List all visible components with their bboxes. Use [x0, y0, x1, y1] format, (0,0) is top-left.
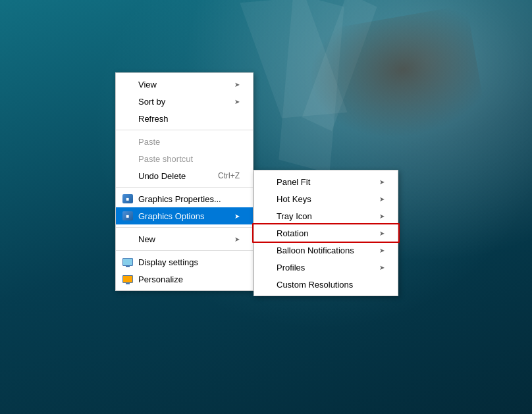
menu-item-paste[interactable]: Paste [116, 133, 253, 150]
profiles-icon [259, 262, 273, 272]
hot-keys-icon [259, 194, 273, 204]
graphics-options-icon: ■ [121, 211, 134, 221]
menu-label-sort-by: Sort by [138, 97, 165, 107]
menu-item-sort-by[interactable]: Sort by ➤ [116, 93, 253, 110]
graphics-properties-icon: ■ [121, 194, 134, 204]
paste-shortcut-icon [121, 153, 134, 164]
personalize-icon [121, 274, 134, 284]
menu-label-tray-icon: Tray Icon [277, 211, 312, 221]
tray-icon-arrow: ➤ [379, 213, 385, 220]
menu-item-rotation[interactable]: Rotation ➤ [254, 224, 398, 242]
menu-item-refresh[interactable]: Refresh [116, 110, 253, 127]
menu-item-display-settings[interactable]: Display settings [116, 253, 253, 271]
menu-label-new: New [138, 234, 155, 244]
paste-icon [121, 136, 134, 147]
undo-shortcut: Ctrl+Z [218, 171, 240, 180]
menu-item-profiles[interactable]: Profiles ➤ [254, 259, 398, 276]
separator-4 [116, 250, 253, 251]
menu-label-view: View [138, 80, 157, 90]
menu-item-view[interactable]: View ➤ [116, 76, 253, 93]
menu-label-balloon-notifications: Balloon Notifications [277, 246, 354, 255]
balloon-notifications-arrow: ➤ [379, 247, 385, 254]
refresh-icon [121, 113, 134, 124]
menu-label-display-settings: Display settings [138, 257, 198, 267]
menu-label-paste: Paste [138, 137, 160, 147]
separator-3 [116, 227, 253, 228]
rotation-icon [259, 228, 273, 238]
separator-2 [116, 187, 253, 188]
menu-item-panel-fit[interactable]: Panel Fit ➤ [254, 173, 398, 190]
menu-label-rotation: Rotation [277, 228, 308, 238]
custom-resolutions-icon [259, 279, 273, 290]
new-icon [121, 234, 134, 244]
sort-arrow: ➤ [234, 98, 240, 105]
menu-item-graphics-options[interactable]: ■ Graphics Options ➤ [116, 207, 253, 224]
menu-label-hot-keys: Hot Keys [277, 194, 311, 204]
menu-label-panel-fit: Panel Fit [277, 177, 310, 187]
menu-item-hot-keys[interactable]: Hot Keys ➤ [254, 190, 398, 207]
context-menu-submenu: Panel Fit ➤ Hot Keys ➤ Tray Icon ➤ Rotat… [253, 170, 398, 296]
undo-icon [121, 170, 134, 181]
profiles-arrow: ➤ [379, 264, 385, 271]
hot-keys-arrow: ➤ [379, 195, 385, 203]
panel-fit-arrow: ➤ [379, 178, 385, 186]
panel-fit-icon [259, 176, 273, 187]
view-arrow: ➤ [234, 81, 240, 88]
menu-item-undo-delete[interactable]: Undo Delete Ctrl+Z [116, 167, 253, 184]
menu-label-graphics-properties: Graphics Properties... [138, 194, 221, 204]
menu-item-tray-icon[interactable]: Tray Icon ➤ [254, 207, 398, 224]
balloon-notifications-icon [259, 245, 273, 255]
menu-label-custom-resolutions: Custom Resolutions [277, 280, 353, 290]
menu-item-new[interactable]: New ➤ [116, 230, 253, 247]
menu-item-paste-shortcut[interactable]: Paste shortcut [116, 150, 253, 167]
menu-item-custom-resolutions[interactable]: Custom Resolutions [254, 276, 398, 293]
new-arrow: ➤ [234, 236, 240, 243]
menu-label-profiles: Profiles [277, 263, 305, 272]
view-icon [121, 79, 134, 90]
menu-label-paste-shortcut: Paste shortcut [138, 154, 193, 164]
menu-label-refresh: Refresh [138, 114, 169, 124]
rotation-arrow: ➤ [379, 230, 385, 237]
menu-label-undo-delete: Undo Delete [138, 171, 186, 181]
context-menu-main: View ➤ Sort by ➤ Refresh Paste Paste sho… [115, 72, 253, 291]
display-settings-icon [121, 257, 134, 267]
sort-icon [121, 96, 134, 107]
graphics-options-arrow: ➤ [234, 213, 240, 220]
tray-icon-icon [259, 211, 273, 221]
menu-item-personalize[interactable]: Personalize [116, 271, 253, 288]
menu-item-balloon-notifications[interactable]: Balloon Notifications ➤ [254, 242, 398, 259]
menu-item-graphics-properties[interactable]: ■ Graphics Properties... [116, 190, 253, 207]
separator-1 [116, 130, 253, 130]
menu-label-graphics-options: Graphics Options [138, 211, 204, 221]
menu-label-personalize: Personalize [138, 274, 183, 284]
